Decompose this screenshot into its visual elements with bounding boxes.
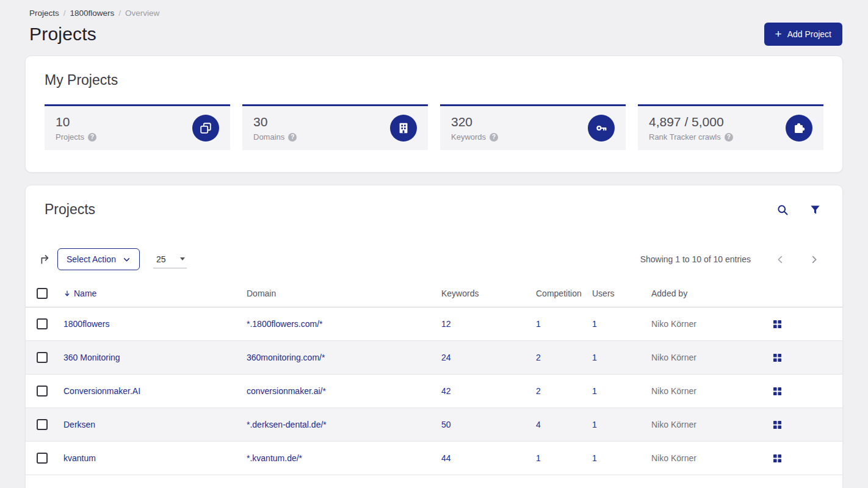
grid-apps-icon[interactable] [772,386,783,397]
select-action-label: Select Action [67,254,116,264]
projects-table-card: Projects Select Action 25 Showing 1 to 1… [25,185,843,488]
project-competition: 1 [536,319,592,329]
stat-projects: 10 Projects ? [45,104,230,150]
column-header-users[interactable]: Users [592,289,651,298]
add-project-button[interactable]: + Add Project [764,23,842,46]
column-header-added-by[interactable]: Added by [651,289,772,298]
my-projects-title: My Projects [45,72,823,88]
project-domain: conversionmaker.ai/* [247,386,441,396]
table-row: Derksen *.derksen-dental.de/* 50 4 1 Nik… [26,408,842,442]
grid-apps-icon[interactable] [772,318,783,330]
project-added-by: Niko Körner [651,420,772,429]
caret-down-icon [180,257,185,260]
stat-domains-label: Domains [253,132,284,142]
project-added-by: Niko Körner [651,386,772,396]
stat-projects-label: Projects [56,132,84,142]
project-name-link[interactable]: Conversionmaker.AI [63,386,247,396]
project-name-link[interactable]: 360 Monitoring [63,353,247,362]
column-header-domain[interactable]: Domain [247,289,441,298]
stat-keywords-label: Keywords [451,132,486,142]
stat-keywords-value: 320 [451,115,498,129]
stat-crawls: 4,897 / 5,000 Rank Tracker crawls ? [638,104,823,150]
column-header-competition[interactable]: Competition [536,289,592,298]
help-icon[interactable]: ? [725,133,733,142]
plus-icon: + [775,28,782,40]
domains-icon [390,115,417,142]
help-icon[interactable]: ? [88,133,96,142]
stat-domains-value: 30 [253,115,297,129]
project-domain: *.1800flowers.com/* [247,319,441,329]
projects-table: Name Domain Keywords Competition Users A… [26,279,842,475]
next-page-icon[interactable] [808,253,820,266]
project-users: 1 [592,420,651,429]
project-domain: *.kvantum.de/* [247,453,441,463]
search-icon[interactable] [775,203,790,217]
project-keywords: 50 [441,420,536,429]
project-name-link[interactable]: 1800flowers [63,319,247,329]
table-row: 360 Monitoring 360monitoring.com/* 24 2 … [26,341,842,375]
keywords-icon [588,115,615,142]
breadcrumb-1800flowers[interactable]: 1800flowers [70,9,115,18]
project-domain: 360monitoring.com/* [247,353,441,362]
stat-domains: 30 Domains ? [242,104,428,150]
add-project-label: Add Project [787,29,831,39]
row-checkbox[interactable] [37,386,48,396]
filter-icon[interactable] [808,203,822,217]
page-header: Projects / 1800flowers / Overview Projec… [0,0,868,46]
stat-keywords: 320 Keywords ? [440,104,626,150]
puzzle-icon [786,115,812,142]
project-users: 1 [592,353,651,362]
project-keywords: 42 [441,386,536,396]
project-domain: *.derksen-dental.de/* [247,420,441,429]
help-icon[interactable]: ? [490,133,498,142]
row-checkbox[interactable] [37,453,48,464]
grid-apps-icon[interactable] [772,453,783,464]
select-action-button[interactable]: Select Action [57,248,140,270]
grid-apps-icon[interactable] [772,352,783,364]
table-row: Conversionmaker.AI conversionmaker.ai/* … [26,375,842,408]
row-checkbox[interactable] [37,352,48,363]
select-all-checkbox[interactable] [37,288,48,299]
help-icon[interactable]: ? [288,133,297,142]
page-size-value: 25 [156,254,166,264]
row-checkbox[interactable] [37,419,48,430]
row-checkbox[interactable] [37,318,48,329]
project-competition: 4 [536,420,592,429]
column-header-keywords[interactable]: Keywords [441,289,536,298]
project-competition: 2 [536,386,592,396]
export-icon[interactable] [39,253,52,266]
project-users: 1 [592,453,651,463]
project-keywords: 44 [441,453,536,463]
breadcrumb-overview: Overview [125,9,159,18]
table-row: 1800flowers *.1800flowers.com/* 12 1 1 N… [26,307,842,341]
project-name-link[interactable]: Derksen [63,420,247,429]
project-users: 1 [592,319,651,329]
project-competition: 1 [536,453,592,463]
project-added-by: Niko Körner [651,353,772,362]
breadcrumb-separator: / [118,9,121,18]
breadcrumb-projects[interactable]: Projects [29,9,59,18]
stats-row: 10 Projects ? 30 Domains ? [45,104,823,150]
showing-entries-text: Showing 1 to 10 of 10 entries [640,254,751,264]
grid-apps-icon[interactable] [772,419,783,431]
page-title: Projects [29,24,96,45]
project-users: 1 [592,386,651,396]
projects-icon [192,115,219,142]
column-header-name[interactable]: Name [63,289,247,298]
project-competition: 2 [536,353,592,362]
sort-down-icon [63,290,71,297]
projects-panel-title: Projects [45,201,95,218]
prev-page-icon[interactable] [774,253,787,266]
stat-crawls-label: Rank Tracker crawls [649,132,721,142]
my-projects-card: My Projects 10 Projects ? 30 Domains ? [25,56,843,173]
table-header-row: Name Domain Keywords Competition Users A… [26,279,842,307]
stat-crawls-value: 4,897 / 5,000 [649,115,733,129]
project-added-by: Niko Körner [651,319,772,329]
breadcrumb-separator: / [63,9,66,18]
table-row: kvantum *.kvantum.de/* 44 1 1 Niko Körne… [26,442,842,475]
page-size-select[interactable]: 25 [153,251,187,268]
project-name-link[interactable]: kvantum [63,453,247,463]
project-keywords: 24 [441,353,536,362]
chevron-down-icon [123,256,131,264]
breadcrumb: Projects / 1800flowers / Overview [29,9,842,18]
